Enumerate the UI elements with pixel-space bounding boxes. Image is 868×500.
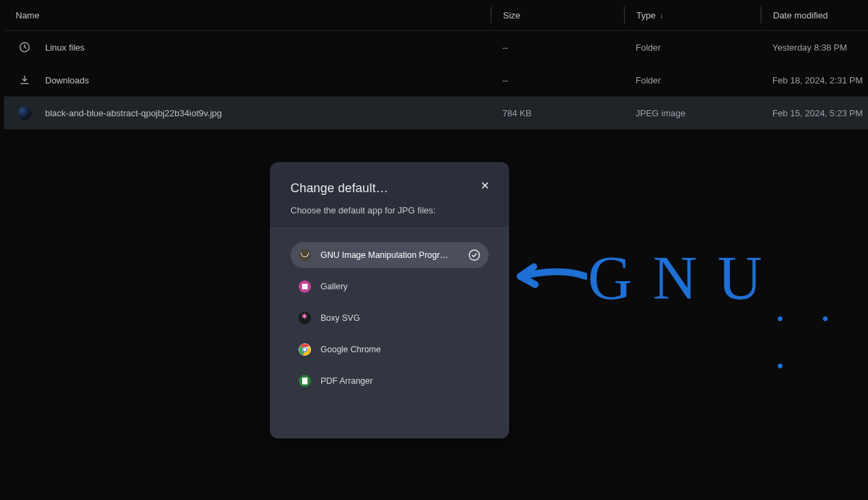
- app-option-boxy[interactable]: Boxy SVG: [290, 305, 489, 331]
- sort-descending-icon: ↓: [660, 11, 664, 19]
- download-icon: [18, 73, 31, 87]
- check-icon: [468, 249, 480, 261]
- file-row[interactable]: Linux files--FolderYesterday 8:38 PM: [4, 31, 868, 64]
- dialog-header: Change default… Choose the default app f…: [270, 162, 509, 228]
- file-row[interactable]: black-and-blue-abstract-qpojbj22b34iot9v…: [4, 96, 868, 129]
- close-button[interactable]: ✕: [476, 177, 493, 194]
- file-date: Feb 15, 2024, 5:23 PM: [761, 108, 868, 118]
- file-name: black-and-blue-abstract-qpojbj22b34iot9v…: [45, 108, 491, 118]
- gimp-icon: [299, 249, 311, 261]
- file-date: Yesterday 8:38 PM: [761, 42, 868, 53]
- app-label: Gallery: [321, 282, 480, 291]
- app-label: PDF Arranger: [321, 376, 480, 386]
- svg-point-4: [303, 348, 307, 352]
- app-option-gallery[interactable]: Gallery: [290, 274, 489, 300]
- gallery-icon: [299, 280, 311, 293]
- file-name: Linux files: [45, 42, 491, 53]
- close-icon: ✕: [480, 179, 489, 192]
- file-type: Folder: [624, 42, 761, 53]
- app-option-pdf[interactable]: PDF Arranger: [290, 368, 489, 394]
- app-label: Boxy SVG: [321, 313, 480, 323]
- column-headers: Name Size Type ↓ Date modified: [4, 0, 868, 30]
- app-option-chrome[interactable]: Google Chrome: [290, 337, 489, 363]
- svg-point-1: [470, 250, 480, 261]
- file-list: Linux files--FolderYesterday 8:38 PMDown…: [4, 30, 868, 129]
- column-header-size[interactable]: Size: [491, 7, 624, 23]
- column-header-date[interactable]: Date modified: [761, 7, 868, 23]
- file-name: Downloads: [45, 75, 491, 85]
- dialog-title: Change default…: [290, 181, 489, 196]
- file-date: Feb 18, 2024, 2:31 PM: [761, 75, 868, 85]
- chrome-icon: [299, 343, 311, 356]
- clock-icon: [18, 40, 31, 54]
- app-label: Google Chrome: [321, 345, 480, 354]
- boxy-icon: [299, 312, 311, 324]
- thumb-icon: [18, 106, 31, 120]
- column-header-name[interactable]: Name: [4, 10, 491, 21]
- file-type: Folder: [624, 75, 761, 85]
- file-type: JPEG image: [624, 108, 761, 118]
- app-list: GNU Image Manipulation Progr…GalleryBoxy…: [270, 228, 509, 438]
- file-size: --: [491, 75, 624, 85]
- app-option-gimp[interactable]: GNU Image Manipulation Progr…: [290, 242, 489, 268]
- dialog-subtitle: Choose the default app for JPG files:: [290, 205, 489, 215]
- file-size: --: [491, 42, 624, 53]
- change-default-dialog: Change default… Choose the default app f…: [270, 162, 509, 438]
- app-label: GNU Image Manipulation Progr…: [321, 250, 459, 260]
- column-header-type[interactable]: Type ↓: [624, 7, 761, 23]
- file-row[interactable]: Downloads--FolderFeb 18, 2024, 2:31 PM: [4, 64, 868, 96]
- file-size: 784 KB: [491, 108, 624, 118]
- pdf-icon: [299, 375, 311, 387]
